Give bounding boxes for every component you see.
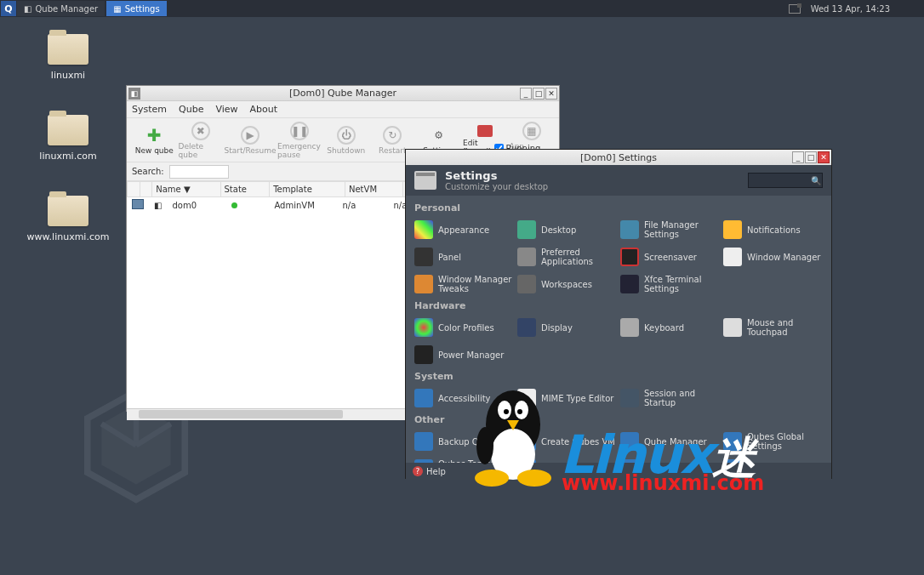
settings-icon: ▦ <box>113 4 121 14</box>
desktop-folder[interactable]: linuxmi.com <box>30 115 106 162</box>
ic-screensaver-icon <box>620 248 639 266</box>
task-qube-manager[interactable]: ◧ Qube Manager <box>17 1 105 16</box>
desktop-folder[interactable]: linuxmi <box>30 34 106 81</box>
folder-icon <box>48 34 88 65</box>
qwin-titlebar[interactable]: ◧ [Dom0] Qube Manager _ □ ✕ <box>127 86 559 101</box>
task-settings[interactable]: ▦ Settings <box>106 1 166 16</box>
column-header[interactable]: NetVM <box>345 182 402 197</box>
search-icon: 🔍 <box>808 176 824 185</box>
column-header[interactable]: State <box>220 182 270 197</box>
swin-titlebar[interactable]: [Dom0] Settings _ □ ✕ <box>406 150 831 165</box>
folder-icon <box>48 196 88 226</box>
setting-window-manager[interactable]: Window Manager <box>723 244 823 270</box>
ic-wmtweaks-icon <box>414 275 433 293</box>
ic-qube-icon <box>414 432 433 451</box>
setting-xfce-terminal-settings[interactable]: Xfce Terminal Settings <box>620 271 720 297</box>
search-input[interactable] <box>169 165 229 179</box>
ic-display-icon <box>517 318 536 337</box>
setting-keyboard[interactable]: Keyboard <box>620 315 720 340</box>
folder-label: linuxmi <box>51 70 85 81</box>
qube-icon: ◧ <box>24 4 31 14</box>
ic-access-icon <box>414 389 433 407</box>
taskbar: Q ◧ Qube Manager ▦ Settings Wed 13 Apr, … <box>0 0 924 17</box>
system-tray: Wed 13 Apr, 14:23 <box>789 4 924 14</box>
svg-point-14 <box>476 427 493 464</box>
toolbar-shutdown: ⏻Shutdown <box>324 120 369 161</box>
setting-window-manager-tweaks[interactable]: Window Manager Tweaks <box>414 271 514 297</box>
close-button[interactable]: ✕ <box>545 88 557 100</box>
settings-search[interactable]: 🔍 <box>748 173 823 188</box>
ic-filemgr-icon <box>620 220 639 239</box>
toolbar-delete-qube: ✖Delete qube <box>179 120 224 161</box>
maximize-button[interactable]: □ <box>805 151 817 163</box>
setting-preferred-applications[interactable]: Preferred Applications <box>517 244 617 270</box>
category-personal: Personal <box>414 202 823 213</box>
menu-system[interactable]: System <box>132 104 167 115</box>
setting-mouse-and-touchpad[interactable]: Mouse and Touchpad <box>723 315 823 340</box>
setting-panel[interactable]: Panel <box>414 244 514 270</box>
qube-type-icon: ◧ <box>154 201 162 210</box>
folder-label: linuxmi.com <box>39 151 96 162</box>
state-running-icon <box>231 202 237 208</box>
workspace-switcher-icon[interactable] <box>789 4 801 14</box>
setting-notifications[interactable]: Notifications <box>723 217 823 242</box>
folder-icon <box>48 115 88 145</box>
setting-appearance[interactable]: Appearance <box>414 217 514 242</box>
settings-subtitle: Customize your desktop <box>445 182 548 191</box>
menu-about[interactable]: About <box>250 104 278 115</box>
qwin-icon: ◧ <box>128 88 140 100</box>
close-button[interactable]: ✕ <box>818 151 830 163</box>
vm-icon <box>132 199 144 209</box>
maximize-button[interactable]: □ <box>533 88 545 100</box>
menu-qube[interactable]: Qube <box>179 104 203 115</box>
folder-label: www.linuxmi.com <box>27 231 110 242</box>
setting-file-manager-settings[interactable]: File Manager Settings <box>620 217 720 242</box>
watermark-url: www.linuxmi.com <box>562 471 764 495</box>
help-button[interactable]: Help <box>426 467 446 476</box>
minimize-button[interactable]: _ <box>520 88 532 100</box>
toolbar-emergency-pause: ❚❚Emergency pause <box>277 120 322 161</box>
ic-qube-icon <box>414 459 433 463</box>
setting-color-profiles[interactable]: Color Profiles <box>414 315 514 340</box>
ic-mouse-icon <box>723 318 742 337</box>
column-header[interactable]: Name ▼ <box>152 182 220 197</box>
column-header[interactable] <box>128 182 140 197</box>
ic-keyboard-icon <box>620 318 639 337</box>
svg-point-9 <box>504 409 509 414</box>
minimize-button[interactable]: _ <box>792 151 804 163</box>
qwin-menubar: SystemQubeViewAbout <box>127 101 559 118</box>
help-icon: ? <box>413 466 423 476</box>
settings-title: Settings <box>445 169 548 182</box>
ic-color-icon <box>414 318 433 337</box>
svg-point-13 <box>517 470 551 487</box>
setting-workspaces[interactable]: Workspaces <box>517 271 617 297</box>
desktop: linuxmilinuxmi.comwww.linuxmi.com <box>30 34 106 276</box>
setting-desktop[interactable]: Desktop <box>517 217 617 242</box>
start-button[interactable]: Q <box>1 1 16 16</box>
toolbar-start-resume: ▶Start/Resume <box>225 120 276 161</box>
setting-screensaver[interactable]: Screensaver <box>620 244 720 270</box>
settings-search-input[interactable] <box>749 176 808 185</box>
ic-panel-icon <box>414 248 433 266</box>
column-header[interactable]: Template <box>270 182 345 197</box>
swin-header: Settings Customize your desktop 🔍 <box>406 165 831 196</box>
ic-power-icon <box>414 345 433 364</box>
ic-desktop-icon <box>517 220 536 239</box>
ic-terminal-icon <box>620 275 639 293</box>
menu-view[interactable]: View <box>215 104 237 115</box>
setting-display[interactable]: Display <box>517 315 617 340</box>
tux-icon <box>466 378 560 488</box>
ic-prefapp-icon <box>517 248 536 266</box>
svg-point-12 <box>475 470 509 487</box>
ic-workspaces-icon <box>517 275 536 293</box>
ic-notif-icon <box>723 220 742 239</box>
settings-header-icon <box>414 171 436 190</box>
ic-appearance-icon <box>414 220 433 239</box>
desktop-folder[interactable]: www.linuxmi.com <box>30 196 106 242</box>
category-hardware: Hardware <box>414 300 823 311</box>
setting-power-manager[interactable]: Power Manager <box>414 342 514 367</box>
svg-point-10 <box>517 409 522 414</box>
clock[interactable]: Wed 13 Apr, 14:23 <box>811 4 890 14</box>
toolbar-new-qube[interactable]: ✚New qube <box>132 120 177 161</box>
column-header[interactable] <box>140 182 152 197</box>
